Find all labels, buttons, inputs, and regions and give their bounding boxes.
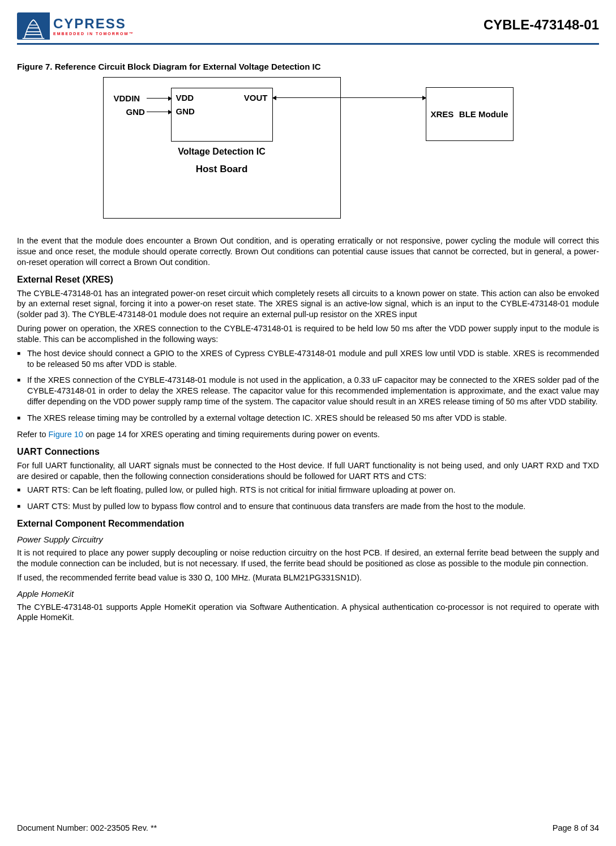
vout-pin: VOUT [244, 93, 268, 102]
uart-bullet-1: UART RTS: Can be left floating, pulled l… [17, 485, 599, 495]
xres-p3: Refer to Figure 10 on page 14 for XRES o… [17, 429, 599, 440]
gnd-wire [147, 112, 172, 112]
ble-module-block: XRES BLE Module [426, 87, 514, 141]
xres-p2: During power on operation, the XRES conn… [17, 323, 599, 345]
logo: CYPRESS EMBEDDED IN TOMORROW™ [17, 11, 134, 41]
host-board-block: VDDIN GND VDD GND VOUT Voltage Detection… [103, 77, 341, 219]
logo-text-main: CYPRESS [53, 17, 134, 31]
gnd-pin: GND [176, 106, 195, 116]
ble-module-label: BLE Module [459, 109, 508, 119]
voltage-detection-ic-label: Voltage Detection IC [104, 146, 340, 157]
logo-tagline: EMBEDDED IN TOMORROW™ [53, 32, 134, 36]
figure10-link[interactable]: Figure 10 [49, 430, 83, 439]
xres-bullet-3: The XRES release timing may be controlle… [17, 413, 599, 424]
part-number: CYBLE-473148-01 [484, 17, 599, 33]
xres-bullets: The host device should connect a GPIO to… [17, 348, 599, 424]
uart-p1: For full UART functionality, all UART si… [17, 460, 599, 482]
power-supply-p2: If used, the recommended ferrite bead va… [17, 572, 599, 583]
voltage-detection-ic-block: VDD GND VOUT [171, 88, 273, 142]
xres-p1: The CYBLE-473148-01 has an integrated po… [17, 288, 599, 321]
homekit-subheading: Apple HomeKit [17, 589, 599, 599]
xres-bullet-2: If the XRES connection of the CYBLE-4731… [17, 375, 599, 407]
extcomp-heading: External Component Recommendation [17, 519, 599, 529]
host-board-label: Host Board [104, 164, 340, 175]
cypress-tree-icon [22, 18, 45, 40]
uart-bullets: UART RTS: Can be left floating, pulled l… [17, 485, 599, 512]
power-supply-p1: It is not required to place any power su… [17, 548, 599, 569]
uart-heading: UART Connections [17, 447, 599, 457]
para-brownout: In the event that the module does encoun… [17, 236, 599, 268]
uart-bullet-2: UART CTS: Must by pulled low to bypass f… [17, 501, 599, 512]
vddin-label: VDDIN [114, 93, 140, 103]
page-number: Page 8 of 34 [553, 823, 599, 832]
xres-bullet-1: The host device should connect a GPIO to… [17, 348, 599, 370]
figure-caption: Figure 7. Reference Circuit Block Diagra… [17, 62, 599, 71]
doc-number: Document Number: 002-23505 Rev. ** [17, 823, 157, 832]
page-footer: Document Number: 002-23505 Rev. ** Page … [17, 823, 599, 832]
page-header: CYPRESS EMBEDDED IN TOMORROW™ CYBLE-4731… [17, 11, 599, 45]
block-diagram: VDDIN GND VDD GND VOUT Voltage Detection… [17, 77, 599, 219]
homekit-p: The CYBLE-473148-01 supports Apple HomeK… [17, 602, 599, 623]
vout-xres-wire [273, 97, 426, 98]
logo-mark [17, 12, 50, 40]
vddin-wire [147, 98, 172, 99]
xres-label: XRES [431, 109, 454, 119]
power-supply-subheading: Power Supply Circuitry [17, 535, 599, 544]
xres-heading: External Reset (XRES) [17, 275, 599, 285]
gnd-in-label: GND [126, 107, 145, 117]
vdd-pin: VDD [176, 93, 194, 102]
